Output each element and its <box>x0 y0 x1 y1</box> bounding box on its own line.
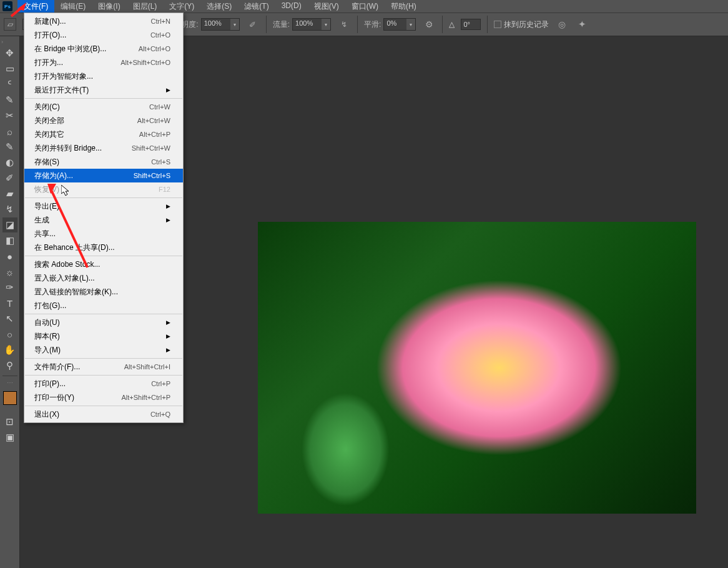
flow-label: 流量: <box>273 19 290 30</box>
file-menu-item[interactable]: 自动(U)▶ <box>24 316 183 329</box>
flow-input[interactable]: 100%▾ <box>292 18 331 31</box>
file-menu-item[interactable]: 脚本(R)▶ <box>24 329 183 343</box>
dodge-tool[interactable]: ☼ <box>2 264 17 279</box>
menu-item-shortcut: Alt+Ctrl+O <box>139 45 170 52</box>
file-menu-item[interactable]: 打开为...Alt+Shift+Ctrl+O <box>24 56 183 69</box>
menu-item-label: 打开(O)... <box>34 30 66 41</box>
file-menu-item[interactable]: 打开为智能对象... <box>24 69 183 83</box>
menubar-item-1[interactable]: 编辑(E) <box>54 0 92 14</box>
menu-item-shortcut: Alt+Shift+Ctrl+O <box>121 59 170 66</box>
text-tool[interactable]: T <box>2 296 17 311</box>
file-menu-item[interactable]: 导出(E)▶ <box>24 199 183 213</box>
hand-tool[interactable]: ✋ <box>2 342 17 357</box>
file-menu-dropdown: 新建(N)...Ctrl+N打开(O)...Ctrl+O在 Bridge 中浏览… <box>24 12 184 423</box>
brush-tool[interactable]: ✐ <box>2 171 17 186</box>
foreground-color-swatch[interactable] <box>3 391 17 405</box>
file-menu-item[interactable]: 打印一份(Y)Alt+Shift+Ctrl+P <box>24 391 183 404</box>
menu-item-shortcut: Ctrl+S <box>151 158 170 166</box>
menu-item-shortcut: Ctrl+Q <box>150 411 170 418</box>
file-menu-item[interactable]: 搜索 Adobe Stock... <box>24 257 183 271</box>
marquee-tool[interactable]: ▭ <box>2 61 17 76</box>
menu-item-label: 脚本(R) <box>34 331 60 342</box>
menubar-item-2[interactable]: 图像(I) <box>92 0 126 14</box>
eraser-tool[interactable]: ◪ <box>2 217 17 232</box>
zoom-tool[interactable]: ⚲ <box>2 358 17 373</box>
document-image[interactable] <box>258 222 696 514</box>
menu-item-label: 打包(G)... <box>34 301 66 311</box>
heal-tool[interactable]: ◐ <box>2 155 17 170</box>
stamp-tool[interactable]: ▰ <box>2 186 17 201</box>
file-menu-item[interactable]: 打印(P)...Ctrl+P <box>24 377 183 391</box>
quick-mask[interactable]: ▣ <box>2 430 17 445</box>
file-menu-item[interactable]: 关闭(C)Ctrl+W <box>24 100 183 114</box>
history-checkbox[interactable]: 抹到历史记录 <box>494 19 549 30</box>
airbrush-icon[interactable]: ↯ <box>337 17 351 31</box>
file-menu-item[interactable]: 置入链接的智能对象(K)... <box>24 285 183 299</box>
file-menu-item[interactable]: 关闭全部Alt+Ctrl+W <box>24 114 183 127</box>
screen-mode[interactable]: ⊡ <box>2 414 17 429</box>
file-menu-item[interactable]: 存储为(A)...Shift+Ctrl+S <box>24 169 183 182</box>
menubar-item-0[interactable]: 文件(F) <box>17 0 54 14</box>
file-menu-item[interactable]: 生成▶ <box>24 213 183 227</box>
file-menu-item[interactable]: 退出(X)Ctrl+Q <box>24 407 183 421</box>
menu-item-label: 置入嵌入对象(L)... <box>34 273 95 284</box>
file-menu-item[interactable]: 新建(N)...Ctrl+N <box>24 14 183 28</box>
smooth-input[interactable]: 0%▾ <box>383 18 416 31</box>
menu-item-shortcut: Ctrl+W <box>149 103 170 111</box>
pressure-opacity-icon[interactable] <box>246 17 260 31</box>
menubar-item-9[interactable]: 窗口(W) <box>345 0 385 14</box>
menu-separator <box>25 98 182 99</box>
crop-tool[interactable]: ✂ <box>2 108 17 123</box>
tool-divider <box>2 376 17 376</box>
tool-panel: ✥▭ᑦ✎✂⌕✎◐✐▰↯◪◧●☼✑T↖○✋⚲ ⋯ ⊡▣ <box>0 36 20 568</box>
menu-item-label: 打印(P)... <box>34 379 66 389</box>
blur-tool[interactable]: ● <box>2 249 17 264</box>
angle-input[interactable] <box>461 19 481 30</box>
file-menu-item[interactable]: 打开(O)...Ctrl+O <box>24 28 183 42</box>
pressure-size-icon[interactable] <box>555 17 569 31</box>
opacity-input[interactable]: 100%▾ <box>201 18 240 31</box>
eyedropper-tool[interactable]: ✎ <box>2 139 17 154</box>
menu-item-label: 退出(X) <box>34 409 59 420</box>
menu-separator <box>25 197 182 198</box>
menubar-item-10[interactable]: 帮助(H) <box>385 0 423 14</box>
menubar-item-8[interactable]: 视图(V) <box>308 0 345 14</box>
menu-separator <box>25 358 182 359</box>
frame-tool[interactable]: ⌕ <box>2 124 17 139</box>
menu-item-shortcut: Ctrl+P <box>151 380 170 387</box>
menu-item-label: 关闭(C) <box>34 102 60 112</box>
gradient-tool[interactable]: ◧ <box>2 233 17 248</box>
tool-preset-picker[interactable]: ▱ <box>4 18 16 31</box>
menu-item-label: 新建(N)... <box>34 16 66 27</box>
menubar-item-3[interactable]: 图层(L) <box>127 0 164 14</box>
menubar-item-4[interactable]: 文字(Y) <box>163 0 200 14</box>
menu-item-label: 自动(U) <box>34 317 60 328</box>
file-menu-item[interactable]: 置入嵌入对象(L)... <box>24 271 183 285</box>
file-menu-item[interactable]: 导入(M)▶ <box>24 343 183 357</box>
smooth-settings-icon[interactable] <box>422 17 436 31</box>
file-menu-item[interactable]: 共享... <box>24 227 183 241</box>
path-select-tool[interactable]: ↖ <box>2 311 17 326</box>
wand-tool[interactable]: ✎ <box>2 92 17 107</box>
file-menu-item[interactable]: 存储(S)Ctrl+S <box>24 155 183 169</box>
file-menu-item[interactable]: 打包(G)... <box>24 299 183 312</box>
file-menu-item[interactable]: 关闭其它Alt+Ctrl+P <box>24 127 183 141</box>
file-menu-item[interactable]: 文件简介(F)...Alt+Shift+Ctrl+I <box>24 360 183 374</box>
file-menu-item[interactable]: 在 Bridge 中浏览(B)...Alt+Ctrl+O <box>24 42 183 56</box>
file-menu-item[interactable]: 最近打开文件(T)▶ <box>24 83 183 97</box>
menu-item-label: 存储(S) <box>34 157 59 167</box>
pen-tool[interactable]: ✑ <box>2 280 17 295</box>
shape-tool[interactable]: ○ <box>2 327 17 342</box>
menu-separator <box>25 256 182 256</box>
file-menu-item[interactable]: 在 Behance 上共享(D)... <box>24 241 183 254</box>
symmetry-icon[interactable] <box>575 17 589 31</box>
menubar-item-7[interactable]: 3D(D) <box>275 0 308 14</box>
history-brush-tool[interactable]: ↯ <box>2 202 17 217</box>
lasso-tool[interactable]: ᑦ <box>2 77 17 92</box>
move-tool[interactable]: ✥ <box>2 46 17 61</box>
menubar-item-6[interactable]: 滤镜(T) <box>238 0 275 14</box>
file-menu-item[interactable]: 关闭并转到 Bridge...Shift+Ctrl+W <box>24 141 183 155</box>
menubar-item-5[interactable]: 选择(S) <box>200 0 238 14</box>
menu-item-label: 关闭全部 <box>34 116 64 126</box>
submenu-arrow-icon: ▶ <box>166 87 170 93</box>
